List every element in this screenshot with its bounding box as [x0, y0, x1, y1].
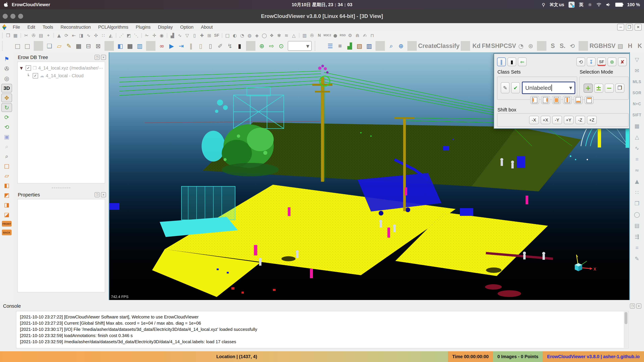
panel-close-button[interactable]: ✕: [101, 55, 106, 60]
tower-edit-icon[interactable]: ✐: [216, 41, 225, 51]
add-cross-icon[interactable]: ✚: [198, 32, 206, 39]
shift-button[interactable]: -Y: [552, 116, 562, 124]
panel-float-button[interactable]: ❐: [630, 304, 635, 309]
menu-edit[interactable]: Edit: [24, 23, 39, 31]
menu-display[interactable]: Display: [154, 23, 176, 31]
keyboard-layout-label[interactable]: us: [559, 2, 564, 7]
spline-icon[interactable]: S: [548, 41, 558, 51]
save-icon[interactable]: ▦: [12, 32, 19, 39]
view-iso-button[interactable]: □: [1, 162, 12, 170]
zoom-button[interactable]: ⌕: [1, 152, 12, 161]
save-labels-button[interactable]: ↧: [587, 57, 596, 66]
primitive-shapes-icon[interactable]: ▲: [56, 32, 62, 39]
back-view-button[interactable]: BACK: [2, 230, 12, 235]
keyboard-shortcut-icon[interactable]: ⌘文: [550, 2, 558, 8]
brightness-icon[interactable]: ☼: [588, 2, 592, 7]
cylinder-dark-icon[interactable]: ▮: [235, 41, 244, 51]
measure-icon[interactable]: ⊓: [368, 32, 376, 39]
step-forward-icon[interactable]: ⇥: [176, 41, 186, 51]
k-field-icon[interactable]: K: [635, 41, 644, 51]
box-face-left-button[interactable]: [530, 96, 539, 104]
filter-cone-icon[interactable]: ▽: [184, 32, 191, 39]
leaf-cross-icon[interactable]: ❖: [268, 32, 275, 39]
compass-icon[interactable]: ✇: [308, 32, 316, 39]
selection-add-button[interactable]: +: [584, 84, 593, 93]
dock-splitter[interactable]: [52, 187, 70, 188]
voxel-chip-icon[interactable]: ▦: [631, 121, 643, 131]
selection-toggle-button[interactable]: ±: [594, 84, 603, 93]
zoom-region-button[interactable]: ⌕: [1, 142, 12, 151]
cube-wire-alt-icon[interactable]: □: [23, 41, 32, 51]
kd-tree-icon[interactable]: Kd: [472, 41, 481, 51]
cylinder-undo-icon[interactable]: ⟲: [568, 41, 577, 51]
tower-add-icon[interactable]: ⊕: [257, 41, 266, 51]
panel-float-button[interactable]: ❐: [94, 192, 100, 197]
camera-screenshot-icon[interactable]: ✇: [1, 64, 12, 73]
camera-add-icon[interactable]: ⊕: [396, 41, 406, 51]
box-face-front-button[interactable]: [552, 96, 561, 104]
doc-edit-icon[interactable]: ✎: [64, 41, 74, 51]
plane-wave-icon[interactable]: △: [290, 32, 297, 39]
tower-icon[interactable]: ▯: [196, 41, 206, 51]
edit-class-button[interactable]: ✎: [501, 82, 510, 93]
hsv-icon[interactable]: HSV: [603, 41, 615, 51]
pyramid-icon[interactable]: △: [631, 132, 643, 142]
shift-button[interactable]: +X: [541, 116, 550, 124]
scatter-segment-icon[interactable]: ⋰: [118, 32, 125, 39]
box-primitive-icon[interactable]: □: [224, 32, 231, 39]
film-export-icon[interactable]: ▥: [364, 41, 374, 51]
tree-item-label[interactable]: 4_14_local - Cloud: [46, 73, 84, 78]
rotate-center-button[interactable]: ↻: [1, 103, 12, 112]
menu-plugins[interactable]: Plugins: [132, 23, 154, 31]
skeleton-lines-icon[interactable]: ⇶: [631, 232, 643, 241]
import-labels-button[interactable]: ⇐: [518, 57, 526, 66]
tower-step-icon[interactable]: ⇨: [267, 41, 276, 51]
scalar-field-icon[interactable]: SF: [213, 32, 220, 39]
list-blue-icon[interactable]: ☰: [326, 41, 335, 51]
qr-code-icon[interactable]: ⌗: [335, 41, 345, 51]
tree-expander[interactable]: └: [27, 74, 33, 78]
input-method-icon[interactable]: ✎: [568, 2, 574, 8]
stop-annotation-button[interactable]: ▮: [508, 57, 516, 66]
play-icon[interactable]: ▶: [167, 41, 176, 51]
camera-capture-icon[interactable]: ◎: [1, 74, 12, 83]
minimize-button[interactable]: −: [617, 24, 624, 30]
scrollbar-thumb[interactable]: [624, 312, 628, 324]
rings-stack-icon[interactable]: ≋: [283, 32, 290, 39]
properties-panel[interactable]: [18, 199, 105, 292]
box-face-bottom-button[interactable]: [574, 96, 582, 104]
doc-export-icon[interactable]: ⊠: [94, 41, 103, 51]
film-chart-icon[interactable]: ▥: [301, 32, 308, 39]
undo-button[interactable]: ⟲: [576, 57, 585, 66]
view-bottom-button[interactable]: ▱: [1, 171, 12, 180]
terrain-icon[interactable]: ▲: [631, 177, 643, 186]
pick-arrow-icon[interactable]: ⚑: [1, 55, 12, 63]
menu-reconstruction[interactable]: Reconstruction: [57, 23, 94, 31]
striped-ellipse-icon[interactable]: ◯: [631, 210, 643, 219]
selection-subtract-button[interactable]: −: [605, 84, 614, 93]
hand-annotation-icon[interactable]: ✍: [361, 32, 368, 39]
shift-button[interactable]: -Z: [576, 116, 585, 124]
menu-pclalgorithms[interactable]: PCLAlgorithms: [94, 23, 132, 31]
box-face-top-button[interactable]: [585, 96, 594, 104]
funnel-icon[interactable]: ▽: [631, 55, 643, 64]
normals-icon[interactable]: N: [316, 32, 323, 39]
link-nodes-icon[interactable]: ∞: [157, 41, 166, 51]
window-title-bar[interactable]: ErowCloudViewer v3.8.0 [Linux 64-bit] - …: [0, 9, 644, 23]
pie-icon[interactable]: ◔: [516, 41, 526, 51]
compass-gear-icon[interactable]: ✇: [30, 32, 37, 39]
tree-checkbox[interactable]: ✓: [26, 65, 31, 71]
globe-icon[interactable]: ⊛: [526, 41, 535, 51]
shift-button[interactable]: +Y: [564, 116, 574, 124]
volume-icon[interactable]: [606, 2, 611, 7]
rotate-free-button[interactable]: ⟳: [1, 113, 12, 122]
tree-item-label[interactable]: 4_14_local.xyz (/media/asher/···: [38, 65, 103, 71]
stereo-eyes-icon[interactable]: ◉: [158, 32, 165, 39]
gears-icon[interactable]: ⚙: [346, 32, 354, 39]
3d-viewport[interactable]: X 742.4 FPS ‖▮⇐ ⟲↧SF⊕✘ Class Sets Select…: [109, 52, 630, 300]
add-file-button[interactable]: ⊕: [608, 57, 616, 66]
properties-list-icon[interactable]: ▤: [38, 32, 44, 39]
spline-points-icon[interactable]: S.: [558, 41, 567, 51]
shift-button[interactable]: -X: [529, 116, 539, 124]
rotate-disable-button[interactable]: ⟲: [1, 123, 12, 131]
